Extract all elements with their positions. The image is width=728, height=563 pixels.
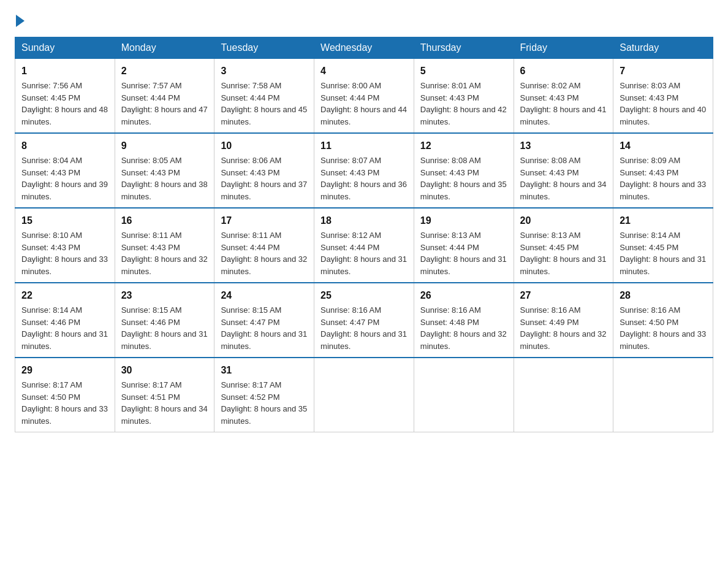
calendar-cell: 23 Sunrise: 8:15 AMSunset: 4:46 PMDaylig…: [115, 283, 214, 358]
weekday-header-thursday: Thursday: [414, 37, 514, 59]
logo: [15, 15, 26, 27]
day-info: Sunrise: 8:04 AMSunset: 4:43 PMDaylight:…: [21, 156, 108, 201]
calendar-week-row: 8 Sunrise: 8:04 AMSunset: 4:43 PMDayligh…: [15, 133, 713, 208]
day-number: 5: [420, 64, 507, 79]
day-info: Sunrise: 8:08 AMSunset: 4:43 PMDaylight:…: [420, 156, 507, 201]
day-info: Sunrise: 8:00 AMSunset: 4:44 PMDaylight:…: [320, 81, 407, 126]
calendar-cell: 31 Sunrise: 8:17 AMSunset: 4:52 PMDaylig…: [214, 358, 314, 432]
calendar-cell: 14 Sunrise: 8:09 AMSunset: 4:43 PMDaylig…: [613, 133, 713, 208]
calendar-cell: 28 Sunrise: 8:16 AMSunset: 4:50 PMDaylig…: [613, 283, 713, 358]
calendar-cell: 8 Sunrise: 8:04 AMSunset: 4:43 PMDayligh…: [15, 133, 115, 208]
day-info: Sunrise: 8:01 AMSunset: 4:43 PMDaylight:…: [420, 81, 507, 126]
logo-arrow-icon: [16, 15, 25, 27]
calendar-cell: 29 Sunrise: 8:17 AMSunset: 4:50 PMDaylig…: [15, 358, 115, 432]
day-number: 22: [21, 288, 108, 303]
day-number: 17: [221, 213, 308, 228]
day-info: Sunrise: 8:14 AMSunset: 4:45 PMDaylight:…: [620, 231, 706, 276]
day-number: 13: [520, 139, 607, 153]
calendar-cell: 1 Sunrise: 7:56 AMSunset: 4:45 PMDayligh…: [15, 59, 115, 134]
calendar-cell: 19 Sunrise: 8:13 AMSunset: 4:44 PMDaylig…: [414, 208, 514, 283]
day-number: 20: [520, 213, 607, 228]
day-number: 8: [21, 139, 108, 153]
calendar-cell: 17 Sunrise: 8:11 AMSunset: 4:44 PMDaylig…: [214, 208, 314, 283]
day-number: 27: [520, 288, 607, 303]
calendar-cell: 4 Sunrise: 8:00 AMSunset: 4:44 PMDayligh…: [314, 59, 414, 134]
calendar-cell: 12 Sunrise: 8:08 AMSunset: 4:43 PMDaylig…: [414, 133, 514, 208]
day-info: Sunrise: 8:07 AMSunset: 4:43 PMDaylight:…: [320, 156, 407, 201]
weekday-header-saturday: Saturday: [613, 37, 713, 59]
day-number: 12: [420, 139, 507, 153]
day-number: 14: [620, 139, 707, 153]
day-number: 21: [620, 213, 707, 228]
calendar-cell: 27 Sunrise: 8:16 AMSunset: 4:49 PMDaylig…: [514, 283, 613, 358]
day-info: Sunrise: 8:15 AMSunset: 4:47 PMDaylight:…: [221, 305, 307, 351]
day-info: Sunrise: 8:14 AMSunset: 4:46 PMDaylight:…: [21, 305, 108, 351]
calendar-week-row: 29 Sunrise: 8:17 AMSunset: 4:50 PMDaylig…: [15, 358, 713, 432]
calendar-cell: 30 Sunrise: 8:17 AMSunset: 4:51 PMDaylig…: [115, 358, 214, 432]
day-info: Sunrise: 8:17 AMSunset: 4:51 PMDaylight:…: [121, 380, 208, 426]
day-number: 3: [221, 64, 308, 79]
calendar-cell: [613, 358, 713, 432]
calendar-week-row: 22 Sunrise: 8:14 AMSunset: 4:46 PMDaylig…: [15, 283, 713, 358]
day-number: 7: [620, 64, 707, 79]
page-header: [15, 15, 713, 27]
calendar-cell: 6 Sunrise: 8:02 AMSunset: 4:43 PMDayligh…: [514, 59, 613, 134]
calendar-cell: 2 Sunrise: 7:57 AMSunset: 4:44 PMDayligh…: [115, 59, 214, 134]
day-info: Sunrise: 8:12 AMSunset: 4:44 PMDaylight:…: [320, 231, 407, 276]
weekday-header-wednesday: Wednesday: [314, 37, 414, 59]
day-info: Sunrise: 8:11 AMSunset: 4:44 PMDaylight:…: [221, 231, 307, 276]
day-info: Sunrise: 7:58 AMSunset: 4:44 PMDaylight:…: [221, 81, 307, 126]
calendar-table: SundayMondayTuesdayWednesdayThursdayFrid…: [15, 37, 713, 432]
weekday-header-tuesday: Tuesday: [214, 37, 314, 59]
calendar-cell: 9 Sunrise: 8:05 AMSunset: 4:43 PMDayligh…: [115, 133, 214, 208]
day-info: Sunrise: 8:16 AMSunset: 4:47 PMDaylight:…: [320, 305, 407, 351]
calendar-cell: 3 Sunrise: 7:58 AMSunset: 4:44 PMDayligh…: [214, 59, 314, 134]
calendar-cell: 13 Sunrise: 8:08 AMSunset: 4:43 PMDaylig…: [514, 133, 613, 208]
day-info: Sunrise: 8:05 AMSunset: 4:43 PMDaylight:…: [121, 156, 208, 201]
calendar-cell: [314, 358, 414, 432]
calendar-week-row: 1 Sunrise: 7:56 AMSunset: 4:45 PMDayligh…: [15, 59, 713, 134]
day-info: Sunrise: 8:13 AMSunset: 4:44 PMDaylight:…: [420, 231, 507, 276]
day-info: Sunrise: 8:16 AMSunset: 4:49 PMDaylight:…: [520, 305, 607, 351]
day-number: 29: [21, 363, 108, 378]
calendar-cell: 24 Sunrise: 8:15 AMSunset: 4:47 PMDaylig…: [214, 283, 314, 358]
day-info: Sunrise: 8:11 AMSunset: 4:43 PMDaylight:…: [121, 231, 208, 276]
day-number: 4: [320, 64, 408, 79]
day-number: 2: [121, 64, 208, 79]
day-number: 30: [121, 363, 208, 378]
day-number: 18: [320, 213, 408, 228]
day-number: 19: [420, 213, 507, 228]
day-info: Sunrise: 7:57 AMSunset: 4:44 PMDaylight:…: [121, 81, 208, 126]
weekday-header-row: SundayMondayTuesdayWednesdayThursdayFrid…: [15, 37, 713, 59]
day-number: 9: [121, 139, 208, 153]
day-info: Sunrise: 8:10 AMSunset: 4:43 PMDaylight:…: [21, 231, 108, 276]
day-info: Sunrise: 8:17 AMSunset: 4:50 PMDaylight:…: [21, 380, 108, 426]
calendar-cell: 11 Sunrise: 8:07 AMSunset: 4:43 PMDaylig…: [314, 133, 414, 208]
calendar-cell: [414, 358, 514, 432]
weekday-header-sunday: Sunday: [15, 37, 115, 59]
day-info: Sunrise: 8:13 AMSunset: 4:45 PMDaylight:…: [520, 231, 607, 276]
day-number: 1: [21, 64, 108, 79]
day-info: Sunrise: 8:06 AMSunset: 4:43 PMDaylight:…: [221, 156, 307, 201]
day-number: 11: [320, 139, 408, 153]
day-info: Sunrise: 8:15 AMSunset: 4:46 PMDaylight:…: [121, 305, 208, 351]
day-info: Sunrise: 8:02 AMSunset: 4:43 PMDaylight:…: [520, 81, 607, 126]
calendar-cell: 16 Sunrise: 8:11 AMSunset: 4:43 PMDaylig…: [115, 208, 214, 283]
day-info: Sunrise: 8:09 AMSunset: 4:43 PMDaylight:…: [620, 156, 706, 201]
calendar-cell: 21 Sunrise: 8:14 AMSunset: 4:45 PMDaylig…: [613, 208, 713, 283]
day-number: 10: [221, 139, 308, 153]
calendar-cell: 26 Sunrise: 8:16 AMSunset: 4:48 PMDaylig…: [414, 283, 514, 358]
calendar-cell: 7 Sunrise: 8:03 AMSunset: 4:43 PMDayligh…: [613, 59, 713, 134]
calendar-cell: 5 Sunrise: 8:01 AMSunset: 4:43 PMDayligh…: [414, 59, 514, 134]
day-number: 25: [320, 288, 408, 303]
day-number: 26: [420, 288, 507, 303]
day-number: 15: [21, 213, 108, 228]
day-info: Sunrise: 8:08 AMSunset: 4:43 PMDaylight:…: [520, 156, 607, 201]
weekday-header-monday: Monday: [115, 37, 214, 59]
calendar-cell: 10 Sunrise: 8:06 AMSunset: 4:43 PMDaylig…: [214, 133, 314, 208]
calendar-week-row: 15 Sunrise: 8:10 AMSunset: 4:43 PMDaylig…: [15, 208, 713, 283]
day-info: Sunrise: 8:16 AMSunset: 4:48 PMDaylight:…: [420, 305, 507, 351]
calendar-cell: 25 Sunrise: 8:16 AMSunset: 4:47 PMDaylig…: [314, 283, 414, 358]
day-info: Sunrise: 7:56 AMSunset: 4:45 PMDaylight:…: [21, 81, 108, 126]
day-number: 23: [121, 288, 208, 303]
